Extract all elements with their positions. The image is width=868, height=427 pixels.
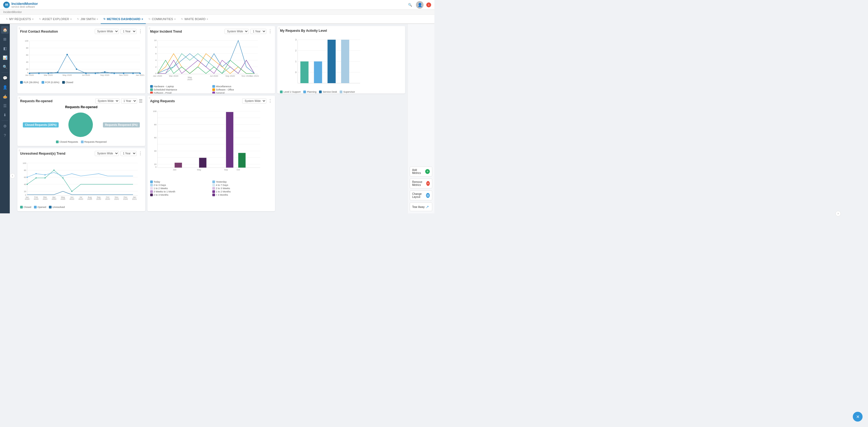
drag-handle[interactable]: ⠿	[278, 27, 280, 30]
legend-4to7days: 4 to 7 Days	[212, 184, 272, 187]
svg-text:20: 20	[26, 68, 29, 70]
logo: IM IncidentMonitor service desk software	[3, 2, 38, 8]
sidebar-icon-home[interactable]: 🏠	[1, 26, 9, 34]
svg-text:2020: 2020	[25, 198, 30, 200]
drag-handle[interactable]: ⠿	[19, 149, 20, 152]
svg-text:0: 0	[27, 72, 29, 74]
aging-legend: Today Yesterday 2 to 3 Days 4 to 7 Days	[150, 180, 273, 196]
tab-close-icon[interactable]: ×	[96, 18, 98, 21]
sidebar-icon-pie[interactable]: 🥧	[1, 93, 9, 100]
svg-text:0: 0	[155, 72, 157, 75]
legend-2to3days: 2 to 3 Days	[150, 184, 210, 187]
tab-close-icon[interactable]: ×	[70, 18, 72, 21]
widget-menu-icon[interactable]: ⋮	[268, 29, 272, 34]
svg-text:60: 60	[154, 137, 157, 139]
widget-requests-reopened: ⠿ Requests Re-opened System Wide 1 Year …	[18, 96, 145, 146]
tabs-bar: ↻ MY REQUESTS × ↻ ASSET EXPLORER × ↻ JIM…	[0, 15, 434, 24]
svg-point-17	[66, 54, 68, 55]
widget-menu-icon[interactable]: ⋮	[138, 151, 143, 156]
svg-text:100: 100	[25, 40, 29, 42]
sidebar-icon-help[interactable]: ?	[1, 132, 9, 139]
svg-text:2020: 2020	[52, 198, 57, 200]
collapse-left-arrow[interactable]: ‹	[10, 173, 15, 178]
filter-period[interactable]: 1 Year	[121, 29, 136, 34]
unresolved-legend: Closed Opened Unresolved	[20, 206, 143, 208]
legend-scheduled: Scheduled Maintance	[150, 88, 210, 91]
widget-major-incident: ⠿ Major Incident Trend System Wide 1 Yea…	[148, 26, 275, 93]
svg-point-112	[54, 170, 55, 171]
main-layout: 🏠 ⊞ ◧ 📊 🔍 💬 👤 🥧 ☰ ⬇ ⚙ ? ‹ ⠿ First Contac…	[0, 24, 434, 214]
svg-text:2020: 2020	[69, 198, 74, 200]
pie-chart	[67, 111, 94, 138]
tab-close-icon[interactable]: ×	[32, 18, 34, 21]
widget-first-contact-resolution: ⠿ First Contact Resolution System Wide 1…	[18, 26, 145, 93]
tab-asset-explorer[interactable]: ↻ ASSET EXPLORER ×	[36, 15, 75, 24]
tear-away-icon: ↗	[425, 204, 430, 209]
svg-point-116	[36, 173, 37, 174]
filter-period[interactable]: 1 Year	[121, 151, 136, 156]
svg-text:Jan 2020: Jan 2020	[153, 75, 162, 77]
sidebar-icon-chat[interactable]: 💬	[1, 74, 9, 82]
widget-controls: System Wide 1 Year ⋮	[95, 151, 143, 156]
svg-text:Jul 2020: Jul 2020	[82, 74, 90, 76]
sidebar-divider	[2, 72, 8, 73]
tab-communities[interactable]: ↻ COMMUNITIES ×	[146, 15, 178, 24]
svg-text:2020: 2020	[61, 198, 65, 200]
add-metrics-button[interactable]: Add Metrics +	[410, 167, 432, 176]
widget-menu-icon[interactable]: ⋮	[138, 29, 143, 34]
tab-my-requests[interactable]: ↻ MY REQUESTS ×	[3, 15, 36, 24]
search-button[interactable]: 🔍	[407, 2, 413, 8]
widget-menu-icon[interactable]: ☰	[139, 98, 143, 104]
filter-scope[interactable]: System Wide	[95, 151, 119, 156]
svg-text:3: 3	[296, 38, 297, 41]
tab-close-icon[interactable]: ×	[142, 18, 143, 21]
tear-away-button[interactable]: Tear Away ↗	[410, 202, 432, 211]
legend-general: General	[212, 92, 272, 93]
drag-handle[interactable]: ⠿	[149, 97, 150, 100]
filter-scope[interactable]: System Wide	[95, 98, 120, 104]
sidebar-icon-settings[interactable]: ⚙	[1, 122, 9, 130]
sidebar-icon-download[interactable]: ⬇	[1, 111, 9, 119]
widget-menu-icon[interactable]: ⋮	[268, 98, 272, 104]
drag-handle[interactable]: ⠿	[19, 97, 20, 100]
notification-badge[interactable]: 1	[426, 2, 431, 7]
filter-scope[interactable]: System Wide	[95, 29, 119, 34]
sidebar-icon-list[interactable]: ☰	[1, 102, 9, 110]
sidebar-icon-grid[interactable]: ⊞	[1, 35, 9, 43]
drag-handle[interactable]: ⠿	[149, 27, 150, 30]
sidebar-icon-search[interactable]: 🔍	[1, 63, 9, 71]
svg-rect-91	[238, 153, 245, 168]
svg-text:20: 20	[24, 190, 26, 193]
change-layout-button[interactable]: Change Layout ⊞	[410, 191, 432, 200]
sidebar-icon-chart[interactable]: 📊	[1, 54, 9, 61]
activity-level-chart: 3 2 1 0	[280, 34, 402, 89]
tab-metrics-dashboard[interactable]: ↻ METRICS DASHBOARD ×	[101, 15, 146, 24]
remove-metrics-button[interactable]: Remove Metrics ×	[410, 178, 432, 188]
sidebar: 🏠 ⊞ ◧ 📊 🔍 💬 👤 🥧 ☰ ⬇ ⚙ ?	[0, 24, 10, 214]
pie-chart-title: Requests Re-opened	[20, 105, 143, 109]
instance-name: IncidentMonitor	[3, 10, 22, 13]
filter-period[interactable]: 1 Year	[121, 98, 137, 104]
avatar[interactable]: 👤	[416, 1, 424, 9]
filter-period[interactable]: 1 Year	[250, 29, 266, 34]
widget-activity-level: ⠿ My Requests By Activity Level 3 2 1 0	[277, 26, 405, 93]
drag-handle[interactable]: ⠿	[19, 27, 20, 30]
filter-scope[interactable]: System Wide	[242, 98, 266, 104]
legend-1to2mo: 1 to 2 Months	[212, 190, 272, 193]
sidebar-icon-layers[interactable]: ◧	[1, 45, 9, 52]
legend-misc: Miscellaneous	[212, 85, 272, 88]
sidebar-icon-person[interactable]: 👤	[1, 83, 9, 91]
tab-close-icon[interactable]: ×	[174, 18, 176, 21]
add-metrics-icon: +	[425, 169, 430, 174]
first-contact-legend: FLR (39.05%) FCR (0.00%) Closed	[20, 81, 143, 84]
svg-text:1: 1	[296, 60, 297, 63]
widget-header: Requests Re-opened System Wide 1 Year ☰	[20, 98, 143, 104]
svg-text:2020: 2020	[34, 198, 38, 200]
filter-scope[interactable]: System Wide	[224, 29, 249, 34]
tab-white-board[interactable]: ↻ WHITE BOARD ×	[178, 15, 211, 24]
remove-metrics-label: Remove Metrics	[412, 180, 426, 187]
tab-jim-smith[interactable]: ↻ JIM SMITH ×	[74, 15, 101, 24]
tab-close-icon[interactable]: ×	[207, 18, 208, 21]
svg-text:8: 8	[155, 46, 157, 48]
closed-requests-label: Closed Requests (100%)	[23, 122, 59, 127]
